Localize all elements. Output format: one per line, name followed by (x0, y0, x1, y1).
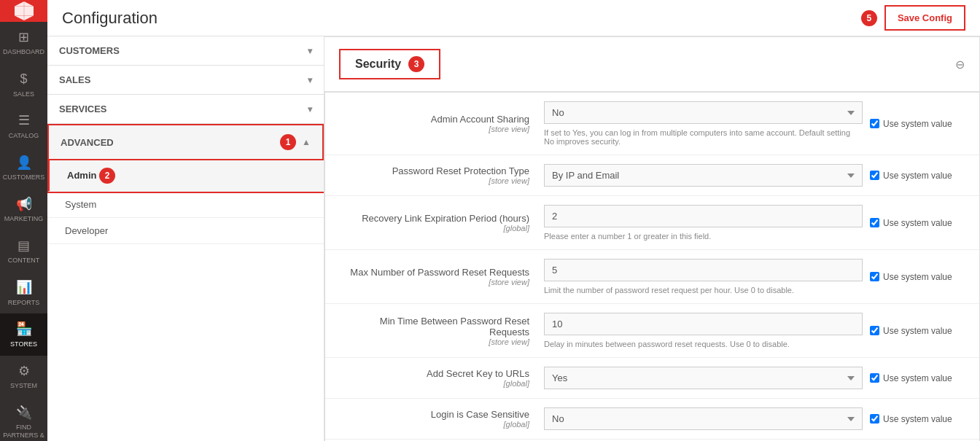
nav-section-customers[interactable]: CUSTOMERS ▾ (47, 36, 324, 66)
dashboard-icon: ⊞ (18, 29, 29, 46)
min-time-password-reset-system-checkbox[interactable] (870, 326, 879, 335)
page-title: Configuration (62, 9, 158, 28)
admin-account-sharing-label: Admin Account Sharing [store view] (340, 114, 544, 133)
collapse-icon[interactable]: ⊖ (955, 58, 965, 71)
login-case-sensitive-label: Login is Case Sensitive [global] (340, 409, 544, 429)
add-secret-key-use-system: Use system value (863, 373, 965, 383)
password-reset-protection-type-system-label: Use system value (883, 171, 952, 181)
find-partners-icon: 🔌 (16, 405, 32, 421)
top-header: Configuration 5 Save Config (47, 0, 980, 36)
sidebar-item-customers[interactable]: 👤CUSTOMERS (0, 147, 47, 189)
section-label-sales: SALES (59, 74, 90, 85)
password-reset-protection-type-label: Password Reset Protection Type [store vi… (340, 165, 544, 185)
system-icon: ⚙ (18, 363, 30, 380)
chevron-advanced: ▲ (302, 137, 311, 147)
sidebar-label-marketing: MARKETING (4, 215, 44, 223)
sidebar: ⊞DASHBOARD$SALES☰CATALOG👤CUSTOMERS📢MARKE… (0, 0, 47, 441)
sidebar-label-dashboard: DASHBOARD (3, 48, 44, 56)
config-row-password-reset-protection-type: Password Reset Protection Type [store vi… (325, 155, 979, 196)
config-row-recovery-link-expiration: Recovery Link Expiration Period (hours) … (325, 196, 979, 250)
left-nav: CUSTOMERS ▾ SALES ▾ SERVICES ▾ ADVANCED … (47, 36, 324, 441)
chevron-customers: ▾ (308, 46, 312, 56)
min-time-password-reset-hint: Delay in minutes between password reset … (544, 340, 863, 348)
sidebar-item-catalog[interactable]: ☰CATALOG (0, 105, 47, 147)
sidebar-label-sales: SALES (13, 90, 34, 98)
max-password-reset-requests-system-label: Use system value (883, 272, 952, 282)
sidebar-label-reports: REPORTS (8, 299, 39, 307)
section-label-services: SERVICES (59, 104, 107, 114)
nav-sub-developer[interactable]: Developer (47, 218, 324, 244)
password-reset-protection-type-control: By IP and EmailBy IPBy EmailNone (544, 164, 863, 187)
sidebar-item-system[interactable]: ⚙SYSTEM (0, 356, 47, 397)
admin-account-sharing-use-system: Use system value (863, 119, 965, 129)
recovery-link-expiration-input[interactable] (544, 205, 863, 227)
sidebar-label-content: CONTENT (8, 257, 40, 265)
config-row-login-case-sensitive: Login is Case Sensitive [global] NoYes U… (325, 399, 979, 440)
min-time-password-reset-label: Min Time Between Password Reset Requests… (340, 316, 544, 346)
add-secret-key-control: YesNo (544, 367, 863, 389)
password-reset-protection-type-select[interactable]: By IP and EmailBy IPBy EmailNone (544, 164, 863, 187)
recovery-link-expiration-control: Please enter a number 1 or greater in th… (544, 205, 863, 241)
admin-account-sharing-select[interactable]: NoYes (544, 101, 863, 124)
recovery-link-expiration-use-system: Use system value (863, 218, 965, 228)
config-row-min-time-password-reset: Min Time Between Password Reset Requests… (325, 304, 979, 358)
login-case-sensitive-use-system: Use system value (863, 414, 965, 424)
step5-badge: 5 (861, 10, 877, 26)
min-time-password-reset-system-label: Use system value (883, 326, 952, 336)
sidebar-item-content[interactable]: ▤CONTENT (0, 230, 47, 272)
max-password-reset-requests-label: Max Number of Password Reset Requests [s… (340, 267, 544, 286)
add-secret-key-select[interactable]: YesNo (544, 367, 863, 389)
max-password-reset-requests-control: Limit the number of password reset reque… (544, 259, 863, 294)
security-section-header: Security 3 (339, 49, 440, 79)
password-reset-protection-type-use-system: Use system value (863, 171, 965, 181)
add-secret-key-label: Add Secret Key to URLs [global] (340, 368, 544, 388)
min-time-password-reset-use-system: Use system value (863, 326, 965, 336)
sidebar-item-reports[interactable]: 📊REPORTS (0, 272, 47, 313)
sidebar-item-dashboard[interactable]: ⊞DASHBOARD (0, 22, 47, 63)
magento-logo[interactable] (0, 0, 47, 22)
admin-account-sharing-system-label: Use system value (883, 119, 952, 129)
login-case-sensitive-system-label: Use system value (883, 414, 952, 424)
sidebar-item-find-partners[interactable]: 🔌FIND PARTNERS & EXTENSIONS (0, 397, 47, 441)
max-password-reset-requests-hint: Limit the number of password reset reque… (544, 286, 863, 294)
nav-sub-admin[interactable]: Admin 2 (47, 160, 324, 192)
sidebar-label-system: SYSTEM (10, 382, 37, 390)
customers-icon: 👤 (16, 155, 32, 171)
config-row-add-secret-key: Add Secret Key to URLs [global] YesNo Us… (325, 358, 979, 399)
chevron-services: ▾ (308, 104, 312, 114)
max-password-reset-requests-use-system: Use system value (863, 272, 965, 282)
config-row-max-password-reset-requests: Max Number of Password Reset Requests [s… (325, 250, 979, 304)
nav-section-advanced[interactable]: ADVANCED 1 ▲ (47, 124, 324, 160)
sidebar-item-marketing[interactable]: 📢MARKETING (0, 189, 47, 230)
sidebar-label-find-partners: FIND PARTNERS & EXTENSIONS (3, 424, 45, 441)
login-case-sensitive-system-checkbox[interactable] (870, 414, 879, 424)
content-area: CUSTOMERS ▾ SALES ▾ SERVICES ▾ ADVANCED … (47, 36, 980, 441)
reports-icon: 📊 (16, 279, 32, 296)
section-label-advanced: ADVANCED (61, 137, 114, 148)
nav-section-services[interactable]: SERVICES ▾ (47, 95, 324, 124)
sidebar-item-sales[interactable]: $SALES (0, 63, 47, 105)
admin-account-sharing-hint: If set to Yes, you can log in from multi… (544, 128, 863, 146)
marketing-icon: 📢 (16, 196, 32, 213)
login-case-sensitive-control: NoYes (544, 407, 863, 430)
step1-badge: 1 (280, 134, 296, 150)
max-password-reset-requests-input[interactable] (544, 259, 863, 281)
step3-badge: 3 (408, 56, 424, 72)
config-row-admin-account-sharing: Admin Account Sharing [store view] NoYes… (325, 93, 979, 155)
login-case-sensitive-select[interactable]: NoYes (544, 407, 863, 430)
section-header-bar: Security 3 ⊖ (324, 36, 980, 92)
nav-section-sales[interactable]: SALES ▾ (47, 66, 324, 95)
config-panel: Security 3 ⊖ Admin Account Sharing [stor… (324, 36, 980, 441)
admin-account-sharing-control: NoYes If set to Yes, you can log in from… (544, 101, 863, 146)
chevron-sales: ▾ (308, 75, 312, 85)
min-time-password-reset-input[interactable] (544, 313, 863, 335)
recovery-link-expiration-system-checkbox[interactable] (870, 218, 879, 227)
password-reset-protection-type-system-checkbox[interactable] (870, 171, 879, 180)
save-config-button[interactable]: Save Config (884, 5, 965, 31)
sidebar-item-stores[interactable]: 🏪STORES (0, 313, 47, 355)
sidebar-label-catalog: CATALOG (9, 132, 39, 140)
admin-account-sharing-system-checkbox[interactable] (870, 119, 879, 128)
max-password-reset-requests-system-checkbox[interactable] (870, 272, 879, 281)
add-secret-key-system-checkbox[interactable] (870, 373, 879, 383)
nav-sub-system[interactable]: System (47, 192, 324, 218)
